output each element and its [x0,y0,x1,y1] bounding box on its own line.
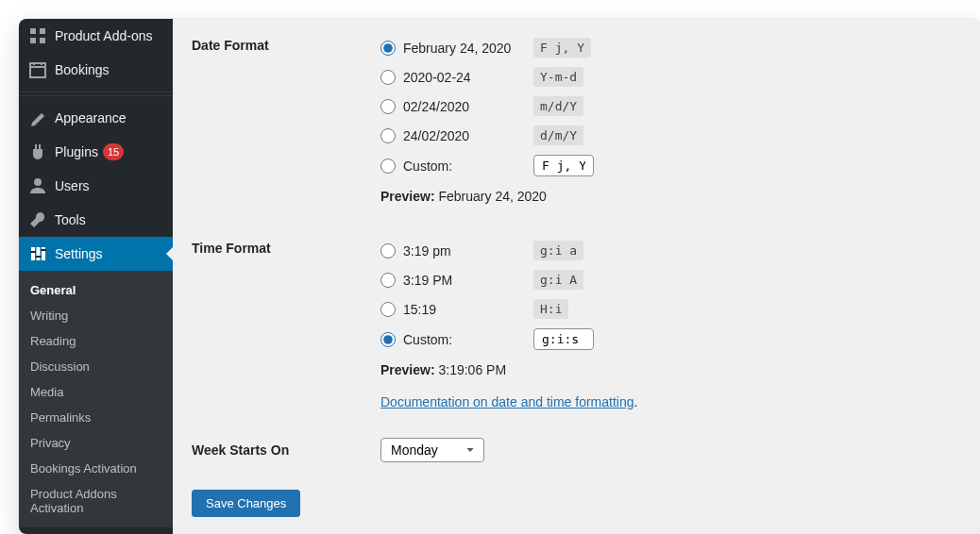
svg-rect-0 [30,28,36,34]
date-format-example: 24/02/2020 [403,128,526,143]
svg-rect-8 [30,251,36,253]
svg-rect-5 [31,247,35,260]
date-format-heading: Date Format [192,19,380,222]
date-format-custom-input[interactable] [533,155,594,176]
submenu-item-media[interactable]: Media [19,379,173,405]
date-format-radio[interactable] [380,99,396,114]
time-preview-value: 3:19:06 PM [438,362,506,377]
date-format-code: Y-m-d [533,67,583,87]
menu-label: Appearance [55,110,127,125]
menu-item-tools[interactable]: Tools [19,203,173,237]
settings-content: Date Format February 24, 2020F j, Y2020-… [173,19,980,534]
date-format-radio[interactable] [380,70,396,85]
svg-rect-1 [40,28,45,34]
settings-submenu: GeneralWritingReadingDiscussionMediaPerm… [19,271,173,527]
time-format-custom-radio[interactable] [380,332,396,347]
svg-rect-9 [36,256,42,258]
submenu-item-permalinks[interactable]: Permalinks [19,405,173,430]
addons-icon [28,26,47,45]
date-format-example: February 24, 2020 [403,41,526,56]
submenu-item-bookings-activation[interactable]: Bookings Activation [19,456,173,481]
menu-label: Plugins [55,144,98,159]
submenu-item-writing[interactable]: Writing [19,303,173,328]
submenu-item-general[interactable]: General [19,277,173,303]
menu-item-settings[interactable]: Settings [19,237,173,271]
time-format-example: 3:19 PM [403,273,526,288]
submenu-item-privacy[interactable]: Privacy [19,430,173,456]
plugins-icon [28,142,47,161]
time-format-example: 15:19 [403,302,526,317]
week-starts-heading: Week Starts On [192,424,380,476]
svg-rect-2 [30,38,36,43]
time-format-heading: Time Format [192,222,380,424]
menu-item-appearance[interactable]: Appearance [19,101,173,135]
submenu-item-product-addons-activation[interactable]: Product Addons Activation [19,481,173,521]
time-preview-label: Preview: [380,362,435,377]
svg-rect-10 [41,249,46,251]
date-format-radio[interactable] [380,41,396,56]
week-starts-select[interactable]: Monday [380,438,484,462]
menu-label: Users [55,178,90,193]
time-format-radio[interactable] [380,302,396,317]
users-icon [28,176,47,195]
time-format-radio[interactable] [380,273,396,288]
time-format-example: 3:19 pm [403,243,526,259]
tools-icon [28,210,47,229]
date-format-code: F j, Y [533,38,591,58]
admin-sidebar: Product Add-onsBookingsAppearancePlugins… [19,19,173,534]
date-preview-label: Preview: [380,189,435,204]
menu-item-product-add-ons[interactable]: Product Add-ons [19,19,173,53]
time-format-code: g:i a [533,241,583,260]
date-format-code: d/m/Y [533,125,583,145]
date-format-custom-label: Custom: [403,159,526,174]
svg-rect-6 [37,247,41,260]
time-format-radio[interactable] [380,243,396,259]
time-format-custom-input[interactable] [533,328,594,350]
date-format-custom-radio[interactable] [380,159,396,174]
menu-label: Settings [55,246,103,261]
submenu-item-reading[interactable]: Reading [19,328,173,354]
date-preview-value: February 24, 2020 [438,189,546,204]
submenu-item-discussion[interactable]: Discussion [19,354,173,379]
svg-point-4 [34,178,42,186]
menu-item-bookings[interactable]: Bookings [19,53,173,87]
doc-link-date-time[interactable]: Documentation on date and time formattin… [380,394,634,409]
date-format-example: 2020-02-24 [403,70,526,85]
menu-item-plugins[interactable]: Plugins15 [19,135,173,169]
menu-label: Product Add-ons [55,28,153,43]
svg-rect-3 [40,38,45,43]
settings-icon [28,244,47,263]
menu-label: Bookings [55,62,110,77]
time-format-code: g:i A [533,270,583,290]
menu-item-users[interactable]: Users [19,169,173,203]
date-format-example: 02/24/2020 [403,99,526,114]
update-badge: 15 [103,143,124,160]
date-format-radio[interactable] [380,128,396,143]
appearance-icon [28,108,47,127]
time-format-code: H:i [533,299,568,319]
save-button[interactable]: Save Changes [192,490,300,517]
date-format-code: m/d/Y [533,96,583,116]
calendar-icon [28,60,47,79]
menu-label: Tools [55,212,86,227]
time-format-custom-label: Custom: [403,332,526,347]
